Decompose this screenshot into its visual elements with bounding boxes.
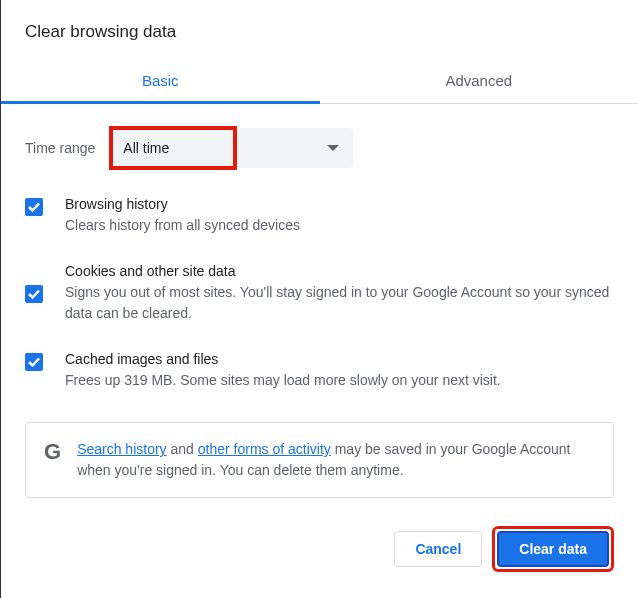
tab-advanced[interactable]: Advanced [320,60,639,103]
dialog-title: Clear browsing data [25,0,614,60]
checkbox-browsing-history[interactable] [25,198,43,216]
options-list: Browsing history Clears history from all… [25,196,614,390]
highlight-box: Clear data [492,526,614,572]
google-account-notice: G Search history and other forms of acti… [25,422,614,498]
tabs: Basic Advanced [1,60,638,104]
option-cached: Cached images and files Frees up 319 MB.… [25,351,614,390]
google-icon: G [44,439,61,465]
chevron-down-icon [327,145,339,151]
option-title: Browsing history [65,196,300,212]
option-browsing-history: Browsing history Clears history from all… [25,196,614,235]
check-icon [27,355,41,369]
other-activity-link[interactable]: other forms of activity [198,441,331,457]
time-range-value: All time [109,140,327,156]
option-title: Cookies and other site data [65,263,614,279]
check-icon [27,287,41,301]
clear-browsing-data-dialog: Clear browsing data Basic Advanced Time … [1,0,638,498]
checkbox-cached[interactable] [25,353,43,371]
check-icon [27,200,41,214]
time-range-select[interactable]: All time [109,128,353,168]
time-range-row: Time range All time [25,128,614,168]
option-desc: Signs you out of most sites. You'll stay… [65,282,614,323]
search-history-link[interactable]: Search history [77,441,166,457]
time-range-label: Time range [25,140,95,156]
notice-text: Search history and other forms of activi… [77,439,595,481]
checkbox-cookies[interactable] [25,285,43,303]
clear-data-button[interactable]: Clear data [497,531,609,567]
cancel-button[interactable]: Cancel [394,531,482,567]
dialog-footer: Cancel Clear data [394,526,614,572]
option-desc: Frees up 319 MB. Some sites may load mor… [65,370,501,390]
option-desc: Clears history from all synced devices [65,215,300,235]
option-title: Cached images and files [65,351,501,367]
option-cookies: Cookies and other site data Signs you ou… [25,263,614,323]
tab-basic[interactable]: Basic [1,60,320,103]
